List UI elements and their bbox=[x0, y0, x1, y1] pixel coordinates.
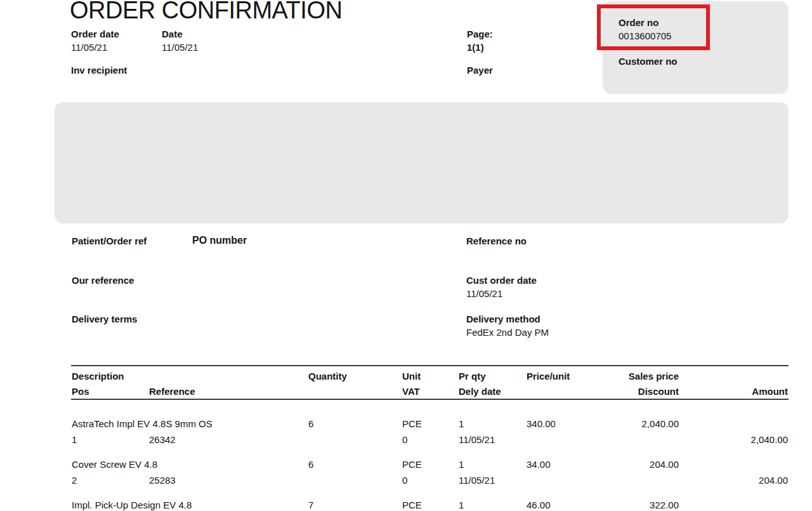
recipient-address-redacted-panel bbox=[55, 102, 789, 223]
delivery-method-label: Delivery method bbox=[466, 313, 540, 325]
table-header-bottom-rule bbox=[71, 399, 789, 400]
header-sales-price: Sales price bbox=[565, 370, 679, 382]
order-no-highlight-box bbox=[597, 4, 710, 50]
row-vat: 0 bbox=[402, 434, 407, 446]
cust-order-date-value: 11/05/21 bbox=[466, 288, 502, 300]
row-description: AstraTech Impl EV 4.8S 9mm OS bbox=[72, 418, 213, 430]
header-amount: Amount bbox=[661, 385, 788, 397]
table-row: Cover Screw EV 4.8 6 PCE 1 34.00 204.00 … bbox=[0, 458, 812, 491]
row-amount: 204.00 bbox=[661, 474, 788, 486]
patient-order-ref-label: Patient/Order ref bbox=[72, 235, 147, 247]
row-amount: 2,040.00 bbox=[661, 434, 788, 446]
row-vat: 0 bbox=[402, 474, 407, 486]
table-row: Impl. Pick-Up Design EV 4.8 7 PCE 1 46.0… bbox=[0, 499, 812, 511]
row-dely-date: 11/05/21 bbox=[459, 474, 495, 486]
row-description: Cover Screw EV 4.8 bbox=[72, 458, 157, 470]
table-row: AstraTech Impl EV 4.8S 9mm OS 6 PCE 1 34… bbox=[0, 418, 812, 451]
header-vat: VAT bbox=[402, 385, 420, 397]
delivery-terms-label: Delivery terms bbox=[72, 313, 137, 325]
customer-no-label: Customer no bbox=[619, 55, 678, 67]
our-reference-label: Our reference bbox=[72, 274, 134, 286]
row-description: Impl. Pick-Up Design EV 4.8 bbox=[72, 499, 192, 511]
row-pr-qty: 1 bbox=[459, 418, 464, 430]
delivery-method-value: FedEx 2nd Day PM bbox=[466, 326, 549, 338]
header-reference: Reference bbox=[149, 385, 195, 397]
table-header-row-2: Pos Reference VAT Dely date Discount Amo… bbox=[0, 385, 812, 398]
row-price-unit: 34.00 bbox=[527, 458, 551, 470]
order-confirmation-document: ORDER CONFIRMATION Order date 11/05/21 D… bbox=[0, 0, 812, 511]
cust-order-date-label: Cust order date bbox=[466, 274, 537, 286]
header-dely-date: Dely date bbox=[459, 385, 501, 397]
row-quantity: 6 bbox=[308, 418, 313, 430]
inv-recipient-label: Inv recipient bbox=[71, 64, 127, 76]
po-number-label: PO number bbox=[192, 234, 247, 246]
order-date-label: Order date bbox=[71, 28, 119, 40]
header-description: Description bbox=[72, 370, 124, 382]
header-quantity: Quantity bbox=[308, 370, 347, 382]
header-price-unit: Price/unit bbox=[527, 370, 570, 382]
row-pos: 1 bbox=[72, 434, 77, 446]
row-dely-date: 11/05/21 bbox=[459, 434, 495, 446]
header-unit: Unit bbox=[402, 370, 421, 382]
table-header-row-1: Description Quantity Unit Pr qty Price/u… bbox=[0, 370, 812, 383]
order-date-value: 11/05/21 bbox=[71, 41, 107, 53]
row-reference: 26342 bbox=[149, 434, 176, 446]
payer-label: Payer bbox=[467, 64, 493, 76]
row-sales-price: 2,040.00 bbox=[565, 418, 679, 430]
date-label: Date bbox=[162, 28, 183, 40]
row-quantity: 6 bbox=[308, 458, 313, 470]
reference-no-label: Reference no bbox=[466, 235, 527, 247]
row-pos: 2 bbox=[72, 474, 77, 486]
document-title: ORDER CONFIRMATION bbox=[70, 0, 342, 23]
header-pos: Pos bbox=[72, 385, 89, 397]
row-sales-price: 322.00 bbox=[565, 499, 679, 511]
row-sales-price: 204.00 bbox=[565, 458, 679, 470]
page-label: Page: bbox=[467, 28, 493, 40]
row-price-unit: 46.00 bbox=[527, 499, 551, 511]
row-pr-qty: 1 bbox=[459, 458, 464, 470]
page-value: 1(1) bbox=[467, 41, 484, 53]
row-unit: PCE bbox=[402, 418, 422, 430]
row-unit: PCE bbox=[402, 458, 422, 470]
table-top-rule bbox=[71, 365, 789, 366]
header-pr-qty: Pr qty bbox=[459, 370, 486, 382]
date-value: 11/05/21 bbox=[162, 41, 198, 53]
row-pr-qty: 1 bbox=[459, 499, 464, 511]
row-price-unit: 340.00 bbox=[527, 418, 556, 430]
row-quantity: 7 bbox=[308, 499, 313, 511]
row-reference: 25283 bbox=[149, 474, 176, 486]
row-unit: PCE bbox=[402, 499, 422, 511]
